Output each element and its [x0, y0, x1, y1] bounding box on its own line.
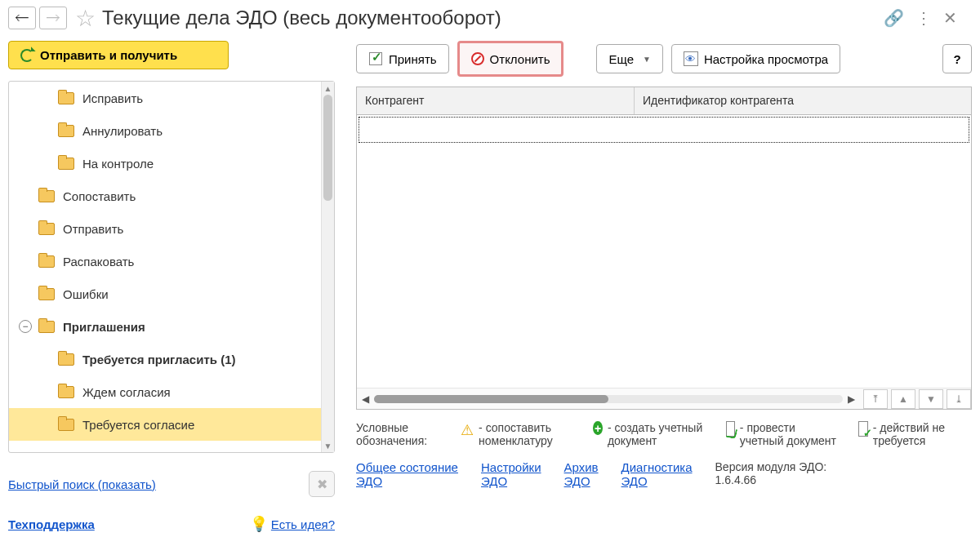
folder-icon — [58, 158, 74, 170]
accept-icon — [368, 51, 383, 66]
folder-icon — [58, 419, 74, 431]
view-settings-label: Настройка просмотра — [704, 52, 828, 66]
tree-item-label: Ждем согласия — [82, 385, 171, 399]
tree-item-label: На контроле — [82, 157, 154, 171]
link-settings[interactable]: Настройки — [481, 460, 541, 474]
grid-down-button[interactable]: ▼ — [919, 389, 943, 409]
folder-icon — [58, 353, 74, 366]
scroll-down-icon[interactable]: ▼ — [322, 439, 334, 452]
send-receive-button[interactable]: Отправить и получить — [8, 41, 229, 69]
folder-icon — [58, 125, 74, 137]
scroll-up-icon[interactable]: ▲ — [322, 82, 334, 95]
link-settings-2[interactable]: ЭДО — [481, 474, 541, 488]
grid-header: Контрагент Идентификатор контрагента — [357, 87, 971, 115]
accept-label: Принять — [389, 52, 437, 66]
folder-icon — [38, 223, 55, 235]
tree-item[interactable]: Ошибки — [9, 277, 321, 310]
nav-back-button[interactable]: 🡐 — [8, 7, 36, 29]
reject-label: Отклонить — [490, 52, 550, 66]
tree-item[interactable]: Исправить — [9, 82, 321, 114]
doc-post-icon — [726, 421, 734, 437]
version-value: 1.6.4.66 — [715, 473, 827, 486]
grid-first-button[interactable]: ⤒ — [863, 389, 888, 409]
chevron-down-icon: ▼ — [643, 55, 651, 64]
doc-done-icon — [858, 421, 868, 437]
tree-item-label: Приглашения — [63, 320, 145, 334]
more-button[interactable]: Еще ▼ — [596, 44, 662, 73]
support-link[interactable]: Техподдержка — [8, 517, 95, 531]
tree-item[interactable]: Сопоставить — [9, 180, 321, 212]
version-label: Версия модуля ЭДО: — [715, 460, 827, 473]
grid-body[interactable] — [357, 115, 971, 388]
tree-item-label: Отправить — [63, 222, 123, 236]
plus-icon: + — [593, 421, 603, 435]
tree-item-label: Исправить — [82, 91, 143, 105]
tree-item-label: Аннулировать — [82, 124, 163, 138]
page-title: Текущие дела ЭДО (весь документооборот) — [102, 7, 884, 29]
folder-tree: ИсправитьАннулироватьНа контролеСопостав… — [8, 81, 335, 453]
grid-hscroll[interactable]: ◀ ▶ — [357, 393, 860, 405]
idea-link[interactable]: Есть идея? — [271, 517, 335, 531]
folder-icon — [38, 190, 55, 202]
close-icon[interactable]: ✕ — [943, 8, 957, 28]
grid-col-identifier[interactable]: Идентификатор контрагента — [635, 87, 971, 114]
footer-links: Общее состояние ЭДО Настройки ЭДО Архив … — [356, 460, 972, 488]
legend-match: - сопоставить номенклатуру — [479, 421, 575, 447]
bulb-icon: 💡 — [250, 516, 268, 532]
folder-icon — [58, 386, 74, 398]
hscroll-left-icon[interactable]: ◀ — [362, 393, 369, 405]
titlebar: 🡐 🡒 ☆ Текущие дела ЭДО (весь документооб… — [0, 0, 980, 36]
collapse-icon[interactable]: − — [19, 320, 32, 333]
legend-none: - действий не требуется — [873, 421, 972, 447]
folder-icon — [58, 92, 74, 104]
legend-post: - провести учетный документ — [740, 421, 840, 447]
link-diag-2[interactable]: ЭДО — [621, 474, 693, 488]
refresh-icon — [20, 49, 33, 62]
grid-last-button[interactable]: ⤓ — [947, 389, 971, 409]
grid-up-button[interactable]: ▲ — [891, 389, 915, 409]
tree-item-label: Ошибки — [63, 287, 109, 301]
toolbar: Принять Отклонить Еще ▼ 👁 Настройка прос… — [341, 41, 972, 77]
favorite-star-icon[interactable]: ☆ — [75, 5, 96, 32]
tree-item[interactable]: −Приглашения — [9, 310, 321, 343]
reject-button[interactable]: Отклонить — [457, 41, 564, 77]
tree-item-label: Сопоставить — [63, 189, 136, 203]
tree-item[interactable]: Аннулировать — [9, 114, 321, 147]
send-receive-label: Отправить и получить — [40, 48, 177, 62]
tree-item[interactable]: Требуется согласие — [9, 408, 321, 441]
warning-icon: ⚠ — [461, 421, 474, 439]
link-icon[interactable]: 🔗 — [884, 8, 904, 28]
tree-item[interactable]: На контроле — [9, 147, 321, 180]
link-status[interactable]: Общее состояние — [356, 460, 458, 474]
grid-selected-row[interactable] — [359, 117, 969, 143]
quick-search-link[interactable]: Быстрый поиск (показать) — [8, 477, 156, 491]
reject-icon — [471, 52, 484, 65]
grid-col-counterparty[interactable]: Контрагент — [357, 87, 635, 114]
link-archive[interactable]: Архив — [564, 460, 599, 474]
tree-item[interactable]: Ждем согласия — [9, 375, 321, 408]
tree-item[interactable]: Требуется пригласить (1) — [9, 343, 321, 375]
legend: Условные обозначения: ⚠ - сопоставить но… — [356, 421, 972, 447]
hscroll-thumb[interactable] — [374, 395, 608, 403]
legend-title: Условные обозначения: — [356, 421, 443, 447]
hscroll-right-icon[interactable]: ▶ — [848, 393, 855, 405]
tree-item-label: Требуется согласие — [82, 418, 194, 432]
link-status-2[interactable]: ЭДО — [356, 474, 458, 488]
tree-item[interactable]: Распаковать — [9, 245, 321, 277]
folder-icon — [38, 321, 55, 333]
tree-item[interactable]: Отправить — [9, 212, 321, 245]
nav-forward-button[interactable]: 🡒 — [39, 7, 67, 29]
help-button[interactable]: ? — [942, 44, 972, 73]
view-settings-button[interactable]: 👁 Настройка просмотра — [671, 44, 840, 73]
clear-search-button[interactable]: ✖ — [309, 471, 335, 497]
tree-item-label: Распаковать — [63, 255, 134, 269]
tree-scrollbar[interactable]: ▲ ▼ — [321, 82, 334, 452]
view-settings-icon: 👁 — [684, 51, 698, 66]
accept-button[interactable]: Принять — [356, 44, 449, 73]
kebab-menu-icon[interactable]: ⋮ — [915, 8, 932, 28]
legend-create: - создать учетный документ — [608, 421, 709, 447]
scroll-thumb[interactable] — [323, 95, 332, 201]
link-archive-2[interactable]: ЭДО — [564, 474, 599, 488]
folder-icon — [38, 288, 55, 300]
link-diag[interactable]: Диагностика — [621, 460, 693, 474]
